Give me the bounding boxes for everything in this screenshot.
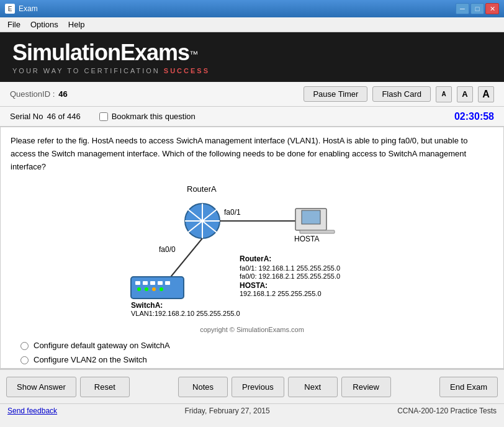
content-area: Please refer to the fig. HostA needs to … [0,127,504,369]
font-small-button[interactable]: A [436,86,452,102]
title-bar: E Exam ─ □ ✕ [0,0,504,17]
svg-rect-13 [150,281,155,285]
reset-button[interactable]: Reset [80,377,130,397]
hosta-ip-info: 192.168.1.2 255.255.255.0 [240,290,322,297]
switch-label: SwitchA: [131,301,163,310]
question-text: Please refer to the fig. HostA needs to … [11,135,493,173]
svg-rect-8 [300,230,335,233]
svg-point-16 [137,287,141,291]
option-radio-2[interactable] [20,356,29,364]
router-fa00-info: fa0/0: 192.168.2.1 255.255.255.0 [240,272,340,280]
svg-point-17 [145,287,148,291]
next-button[interactable]: Next [288,377,338,397]
router-fa01-info: fa0/1: 192.168.1.1 255.255.255.0 [240,264,340,272]
svg-rect-14 [158,281,163,285]
end-exam-button[interactable]: End Exam [439,377,498,397]
send-feedback-link[interactable]: Send feedback [7,407,57,416]
bookmark-checkbox[interactable] [99,112,108,121]
status-bar: Send feedback Friday, February 27, 2015 … [0,403,504,418]
serial-no-value: 46 of 446 [47,112,80,121]
menu-options[interactable]: Options [25,19,63,30]
svg-rect-12 [143,281,148,285]
app-title: Exam [19,4,38,13]
svg-rect-11 [135,281,140,285]
status-date: Friday, February 27, 2015 [185,407,270,416]
logo-text: SimulationExams [12,40,189,65]
fa01-label: fa0/1 [224,208,241,217]
option-item-2: Configure VLAN2 on the Switch [20,353,484,367]
content-scroll[interactable]: Please refer to the fig. HostA needs to … [1,127,503,368]
question-id-value: 46 [58,89,67,99]
close-button[interactable]: ✕ [485,3,499,14]
option-text-2: Configure VLAN2 on the Switch [34,355,147,364]
svg-rect-15 [165,281,170,285]
router-info-label: RouterA: [240,254,271,263]
router-label: RouterA [187,184,217,194]
hosta-label: HOSTA [294,235,319,243]
previous-button[interactable]: Previous [232,377,284,397]
options-area: Configure default gateway on SwitchA Con… [11,336,493,368]
option-item-3: Use roll-over cable instead of Ethernet … [20,367,484,368]
question-id-label: QuestionID : [10,89,55,99]
center-buttons: Notes Previous Next Review [178,377,391,397]
show-answer-button[interactable]: Show Answer [6,377,76,397]
serial-bar: Serial No 46 of 446 Bookmark this questi… [0,107,504,127]
serial-no-label: Serial No [10,112,43,121]
review-button[interactable]: Review [341,377,391,397]
option-item-1: Configure default gateway on SwitchA [20,338,484,353]
logo-subtitle: YOUR WAY TO CERTIFICATION SUCCESS [12,67,210,74]
minimize-button[interactable]: ─ [456,3,469,14]
maximize-button[interactable]: □ [470,3,484,14]
network-diagram: RouterA fa0/1 fa0/0 HOSTA [97,181,407,317]
svg-point-19 [160,287,163,291]
hosta-info-label: HOSTA: [240,281,268,290]
logo-tm: ™ [189,49,198,59]
question-info-bar: QuestionID : 46 Pause Timer Flash Card A… [0,82,504,107]
svg-point-18 [152,287,156,291]
notes-button[interactable]: Notes [178,377,228,397]
diagram-area: RouterA fa0/1 fa0/0 HOSTA [11,181,493,317]
switch-vlan: VLAN1:192.168.2.10 255.255.255.0 [131,310,240,317]
window-controls: ─ □ ✕ [456,3,499,14]
pause-timer-button[interactable]: Pause Timer [304,86,367,102]
bookmark-area: Bookmark this question [99,112,196,121]
flash-card-button[interactable]: Flash Card [372,86,431,102]
question-id-item: QuestionID : 46 [10,89,68,99]
right-buttons: End Exam [439,377,498,397]
logo-highlight: SUCCESS [164,67,210,74]
font-medium-button[interactable]: A [457,86,473,102]
bottom-bar: Show Answer Reset Notes Previous Next Re… [0,369,504,403]
option-text-1: Configure default gateway on SwitchA [34,341,170,350]
app-icon: E [5,4,15,14]
bookmark-label: Bookmark this question [112,112,196,121]
menu-bar: File Options Help [0,17,504,32]
left-buttons: Show Answer Reset [6,377,130,397]
menu-help[interactable]: Help [63,19,90,30]
question-buttons: Pause Timer Flash Card A A A [304,86,494,102]
serial-no-item: Serial No 46 of 446 [10,112,81,121]
question-meta: QuestionID : 46 [10,89,68,99]
font-large-button[interactable]: A [478,86,494,102]
copyright: copyright © SimulationExams.com [11,323,493,336]
cert-info: CCNA-200-120 Practice Tests [397,407,497,416]
serial-left: Serial No 46 of 446 Bookmark this questi… [10,112,196,121]
timer: 02:30:58 [454,111,494,122]
menu-file[interactable]: File [2,19,25,30]
header-banner: SimulationExams™ YOUR WAY TO CERTIFICATI… [0,32,504,82]
svg-rect-7 [302,210,320,224]
option-radio-1[interactable] [20,342,29,350]
fa00-label: fa0/0 [159,245,176,254]
